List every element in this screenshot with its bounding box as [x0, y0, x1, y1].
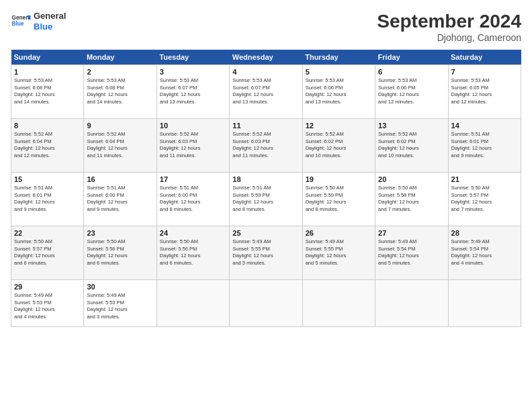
day-info: Sunrise: 5:52 AMSunset: 6:02 PMDaylight:…	[378, 131, 445, 159]
day-number: 11	[232, 122, 299, 130]
day-cell: 19Sunrise: 5:50 AMSunset: 5:59 PMDayligh…	[302, 173, 375, 226]
day-info: Sunrise: 5:51 AMSunset: 5:59 PMDaylight:…	[232, 185, 299, 213]
day-info: Sunrise: 5:49 AMSunset: 5:53 PMDaylight:…	[87, 292, 153, 320]
day-number: 9	[87, 122, 153, 130]
day-info: Sunrise: 5:49 AMSunset: 5:55 PMDaylight:…	[306, 238, 372, 267]
day-cell: 11Sunrise: 5:52 AMSunset: 6:03 PMDayligh…	[230, 119, 302, 173]
day-cell: 29Sunrise: 5:49 AMSunset: 5:53 PMDayligh…	[11, 280, 84, 327]
day-cell: 14Sunrise: 5:51 AMSunset: 6:01 PMDayligh…	[448, 119, 521, 173]
day-info: Sunrise: 5:49 AMSunset: 5:55 PMDaylight:…	[232, 238, 299, 267]
day-number: 1	[14, 68, 81, 76]
calendar-page: General Blue General Blue September 2024…	[0, 0, 532, 411]
day-number: 3	[160, 68, 226, 76]
day-info: Sunrise: 5:53 AMSunset: 6:06 PMDaylight:…	[378, 77, 445, 105]
day-cell: 10Sunrise: 5:52 AMSunset: 6:03 PMDayligh…	[157, 119, 229, 173]
logo-line1: General	[34, 11, 66, 21]
day-cell: 9Sunrise: 5:52 AMSunset: 6:04 PMDaylight…	[84, 119, 157, 173]
weekday-saturday: Saturday	[448, 50, 521, 65]
day-info: Sunrise: 5:50 AMSunset: 5:59 PMDaylight:…	[306, 185, 372, 213]
day-number: 30	[87, 283, 153, 291]
day-cell: 2Sunrise: 5:53 AMSunset: 6:08 PMDaylight…	[84, 65, 157, 119]
day-info: Sunrise: 5:53 AMSunset: 6:08 PMDaylight:…	[14, 77, 81, 105]
day-info: Sunrise: 5:51 AMSunset: 6:00 PMDaylight:…	[160, 185, 226, 213]
day-info: Sunrise: 5:53 AMSunset: 6:08 PMDaylight:…	[87, 77, 153, 105]
day-cell: 27Sunrise: 5:49 AMSunset: 5:54 PMDayligh…	[375, 226, 448, 280]
day-info: Sunrise: 5:49 AMSunset: 5:54 PMDaylight:…	[451, 238, 518, 267]
weekday-sunday: Sunday	[11, 50, 84, 65]
weekday-monday: Monday	[84, 50, 157, 65]
day-info: Sunrise: 5:53 AMSunset: 6:07 PMDaylight:…	[160, 77, 226, 105]
weekday-wednesday: Wednesday	[230, 50, 302, 65]
day-info: Sunrise: 5:53 AMSunset: 6:05 PMDaylight:…	[451, 77, 518, 105]
logo-icon: General Blue	[11, 11, 31, 32]
day-number: 17	[160, 175, 226, 183]
day-info: Sunrise: 5:50 AMSunset: 5:56 PMDaylight:…	[87, 238, 153, 267]
day-info: Sunrise: 5:52 AMSunset: 6:03 PMDaylight:…	[232, 131, 299, 159]
day-number: 26	[306, 229, 372, 237]
day-number: 15	[14, 175, 81, 183]
day-cell: 24Sunrise: 5:50 AMSunset: 5:56 PMDayligh…	[157, 226, 229, 280]
month-year: September 2024	[377, 11, 521, 32]
day-cell: 13Sunrise: 5:52 AMSunset: 6:02 PMDayligh…	[375, 119, 448, 173]
day-info: Sunrise: 5:50 AMSunset: 5:56 PMDaylight:…	[160, 238, 226, 267]
day-number: 27	[378, 229, 445, 237]
day-cell: 1Sunrise: 5:53 AMSunset: 6:08 PMDaylight…	[11, 65, 84, 119]
day-cell: 17Sunrise: 5:51 AMSunset: 6:00 PMDayligh…	[157, 173, 229, 226]
week-row-4: 22Sunrise: 5:50 AMSunset: 5:57 PMDayligh…	[11, 226, 521, 280]
day-number: 7	[451, 68, 518, 76]
weekday-thursday: Thursday	[302, 50, 375, 65]
day-cell: 12Sunrise: 5:52 AMSunset: 6:02 PMDayligh…	[302, 119, 375, 173]
day-info: Sunrise: 5:52 AMSunset: 6:03 PMDaylight:…	[160, 131, 226, 159]
day-cell: 18Sunrise: 5:51 AMSunset: 5:59 PMDayligh…	[230, 173, 302, 226]
day-cell: 15Sunrise: 5:51 AMSunset: 6:01 PMDayligh…	[11, 173, 84, 226]
day-info: Sunrise: 5:50 AMSunset: 5:57 PMDaylight:…	[451, 185, 518, 213]
day-number: 19	[306, 175, 372, 183]
day-info: Sunrise: 5:50 AMSunset: 5:57 PMDaylight:…	[14, 238, 81, 267]
day-info: Sunrise: 5:49 AMSunset: 5:53 PMDaylight:…	[14, 292, 81, 320]
weekday-header-row: SundayMondayTuesdayWednesdayThursdayFrid…	[11, 50, 521, 65]
day-cell: 30Sunrise: 5:49 AMSunset: 5:53 PMDayligh…	[84, 280, 157, 327]
weekday-tuesday: Tuesday	[157, 50, 229, 65]
week-row-2: 8Sunrise: 5:52 AMSunset: 6:04 PMDaylight…	[11, 119, 521, 173]
day-number: 24	[160, 229, 226, 237]
day-info: Sunrise: 5:51 AMSunset: 6:00 PMDaylight:…	[87, 185, 153, 213]
day-info: Sunrise: 5:52 AMSunset: 6:04 PMDaylight:…	[87, 131, 153, 159]
day-number: 14	[451, 122, 518, 130]
day-number: 2	[87, 68, 153, 76]
logo: General Blue General Blue	[11, 11, 66, 32]
day-cell: 28Sunrise: 5:49 AMSunset: 5:54 PMDayligh…	[448, 226, 521, 280]
day-number: 4	[232, 68, 299, 76]
location: Djohong, Cameroon	[377, 32, 521, 43]
calendar-table: SundayMondayTuesdayWednesdayThursdayFrid…	[11, 50, 521, 327]
day-cell: 7Sunrise: 5:53 AMSunset: 6:05 PMDaylight…	[448, 65, 521, 119]
day-cell: 20Sunrise: 5:50 AMSunset: 5:58 PMDayligh…	[375, 173, 448, 226]
day-info: Sunrise: 5:49 AMSunset: 5:54 PMDaylight:…	[378, 238, 445, 267]
day-number: 6	[378, 68, 445, 76]
day-number: 12	[306, 122, 372, 130]
day-number: 23	[87, 229, 153, 237]
weekday-friday: Friday	[375, 50, 448, 65]
day-number: 21	[451, 175, 518, 183]
week-row-3: 15Sunrise: 5:51 AMSunset: 6:01 PMDayligh…	[11, 173, 521, 226]
day-info: Sunrise: 5:53 AMSunset: 6:06 PMDaylight:…	[306, 77, 372, 105]
day-info: Sunrise: 5:51 AMSunset: 6:01 PMDaylight:…	[451, 131, 518, 159]
day-cell: 22Sunrise: 5:50 AMSunset: 5:57 PMDayligh…	[11, 226, 84, 280]
day-number: 10	[160, 122, 226, 130]
day-cell: 26Sunrise: 5:49 AMSunset: 5:55 PMDayligh…	[302, 226, 375, 280]
day-info: Sunrise: 5:52 AMSunset: 6:04 PMDaylight:…	[14, 131, 81, 159]
day-number: 5	[306, 68, 372, 76]
week-row-5: 29Sunrise: 5:49 AMSunset: 5:53 PMDayligh…	[11, 280, 521, 327]
day-cell: 8Sunrise: 5:52 AMSunset: 6:04 PMDaylight…	[11, 119, 84, 173]
title-block: September 2024 Djohong, Cameroon	[377, 11, 521, 43]
day-number: 29	[14, 283, 81, 291]
day-number: 13	[378, 122, 445, 130]
day-cell: 16Sunrise: 5:51 AMSunset: 6:00 PMDayligh…	[84, 173, 157, 226]
day-cell: 23Sunrise: 5:50 AMSunset: 5:56 PMDayligh…	[84, 226, 157, 280]
day-info: Sunrise: 5:51 AMSunset: 6:01 PMDaylight:…	[14, 185, 81, 213]
day-cell: 5Sunrise: 5:53 AMSunset: 6:06 PMDaylight…	[302, 65, 375, 119]
day-info: Sunrise: 5:50 AMSunset: 5:58 PMDaylight:…	[378, 185, 445, 213]
day-cell: 3Sunrise: 5:53 AMSunset: 6:07 PMDaylight…	[157, 65, 229, 119]
svg-text:Blue: Blue	[12, 21, 24, 27]
day-cell	[448, 280, 521, 327]
day-cell: 4Sunrise: 5:53 AMSunset: 6:07 PMDaylight…	[230, 65, 302, 119]
